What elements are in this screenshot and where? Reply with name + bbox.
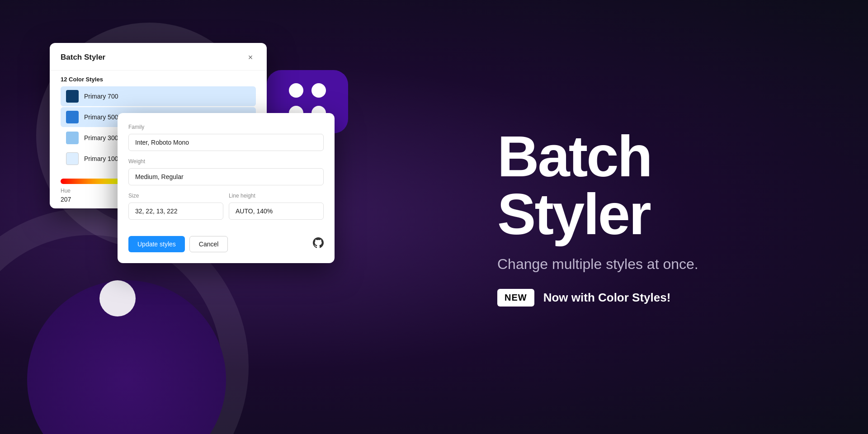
color-swatch-100 xyxy=(66,152,79,165)
color-swatch-300 xyxy=(66,132,79,144)
new-badge: NEW xyxy=(497,289,534,307)
lineheight-label: Line height xyxy=(229,193,324,199)
type-panel: Family Weight Size Line height Update st… xyxy=(118,113,335,263)
tagline: Change multiple styles at once. xyxy=(497,256,832,273)
figma-dot-1 xyxy=(289,83,303,98)
panel-header: Batch Styler × xyxy=(50,43,267,71)
circle-small-white xyxy=(99,280,136,316)
panel-title: Batch Styler xyxy=(61,53,105,62)
headline-line1: Batch xyxy=(497,127,832,185)
cancel-button[interactable]: Cancel xyxy=(189,236,228,252)
figma-dot-2 xyxy=(311,83,326,98)
color-name-100: Primary 100 xyxy=(84,155,118,162)
size-lineheight-row: Size Line height xyxy=(128,193,324,227)
size-input[interactable] xyxy=(128,203,223,220)
family-field-group: Family xyxy=(128,124,324,151)
panel-subtitle: 12 Color Styles xyxy=(50,71,267,86)
family-input[interactable] xyxy=(128,134,324,151)
hero-content: Batch Styler Change multiple styles at o… xyxy=(497,127,832,307)
weight-field-group: Weight xyxy=(128,158,324,185)
headline: Batch Styler xyxy=(497,127,832,243)
size-label: Size xyxy=(128,193,223,199)
weight-label: Weight xyxy=(128,158,324,165)
size-field-group: Size xyxy=(128,193,223,220)
new-badge-text: Now with Color Styles! xyxy=(543,291,671,305)
close-button[interactable]: × xyxy=(245,52,256,63)
color-item-primary-700[interactable]: Primary 700 xyxy=(61,86,256,106)
weight-input[interactable] xyxy=(128,168,324,185)
update-styles-button[interactable]: Update styles xyxy=(128,236,185,252)
lineheight-input[interactable] xyxy=(229,203,324,220)
color-name-700: Primary 700 xyxy=(84,93,118,100)
family-label: Family xyxy=(128,124,324,130)
github-icon[interactable] xyxy=(313,237,324,251)
lineheight-field-group: Line height xyxy=(229,193,324,220)
color-name-300: Primary 300 xyxy=(84,134,118,142)
color-swatch-500 xyxy=(66,111,79,123)
new-badge-row: NEW Now with Color Styles! xyxy=(497,289,832,307)
color-swatch-700 xyxy=(66,90,79,103)
headline-line2: Styler xyxy=(497,185,832,243)
panel-footer: Update styles Cancel xyxy=(128,236,324,252)
color-name-500: Primary 500 xyxy=(84,113,118,121)
